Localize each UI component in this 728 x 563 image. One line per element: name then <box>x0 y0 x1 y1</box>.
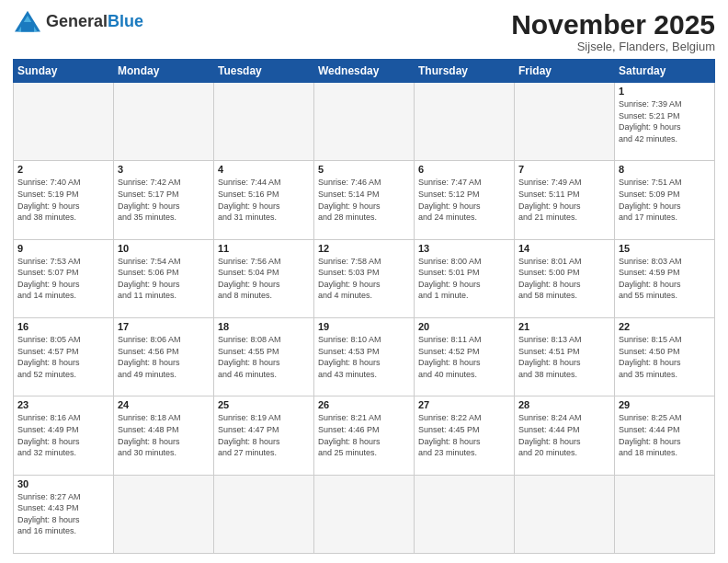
day-number: 8 <box>619 164 711 175</box>
calendar-cell: 27Sunrise: 8:22 AM Sunset: 4:45 PM Dayli… <box>415 396 515 475</box>
day-number: 9 <box>17 243 109 254</box>
calendar-week-row-1: 2Sunrise: 7:40 AM Sunset: 5:19 PM Daylig… <box>14 161 715 239</box>
calendar-cell <box>515 475 615 553</box>
day-info: Sunrise: 8:15 AM Sunset: 4:50 PM Dayligh… <box>619 334 711 380</box>
calendar-cell: 22Sunrise: 8:15 AM Sunset: 4:50 PM Dayli… <box>615 317 715 396</box>
day-number: 7 <box>518 164 610 175</box>
day-number: 26 <box>318 399 410 410</box>
day-number: 14 <box>518 243 610 254</box>
calendar-cell: 2Sunrise: 7:40 AM Sunset: 5:19 PM Daylig… <box>14 161 114 239</box>
day-number: 20 <box>418 321 510 332</box>
calendar-cell: 25Sunrise: 8:19 AM Sunset: 4:47 PM Dayli… <box>214 396 314 475</box>
day-info: Sunrise: 8:21 AM Sunset: 4:46 PM Dayligh… <box>318 412 410 458</box>
calendar-cell: 15Sunrise: 8:03 AM Sunset: 4:59 PM Dayli… <box>615 239 715 317</box>
page: GeneralBlue November 2025 Sijsele, Fland… <box>0 0 728 563</box>
day-number: 19 <box>318 321 410 332</box>
calendar-cell <box>314 83 415 161</box>
day-info: Sunrise: 7:58 AM Sunset: 5:03 PM Dayligh… <box>318 256 410 302</box>
calendar-cell: 11Sunrise: 7:56 AM Sunset: 5:04 PM Dayli… <box>214 239 314 317</box>
day-info: Sunrise: 8:18 AM Sunset: 4:48 PM Dayligh… <box>118 412 210 458</box>
col-tuesday: Tuesday <box>214 60 314 83</box>
calendar-cell: 28Sunrise: 8:24 AM Sunset: 4:44 PM Dayli… <box>515 396 615 475</box>
calendar-cell <box>14 83 114 161</box>
day-number: 29 <box>619 399 711 410</box>
day-info: Sunrise: 8:08 AM Sunset: 4:55 PM Dayligh… <box>218 334 310 380</box>
day-number: 22 <box>619 321 711 332</box>
day-number: 21 <box>518 321 610 332</box>
day-number: 2 <box>17 164 109 175</box>
calendar-cell <box>615 475 715 553</box>
day-info: Sunrise: 8:24 AM Sunset: 4:44 PM Dayligh… <box>518 412 610 458</box>
calendar-cell: 3Sunrise: 7:42 AM Sunset: 5:17 PM Daylig… <box>114 161 214 239</box>
day-number: 24 <box>118 399 210 410</box>
calendar-cell: 17Sunrise: 8:06 AM Sunset: 4:56 PM Dayli… <box>114 317 214 396</box>
calendar-cell: 9Sunrise: 7:53 AM Sunset: 5:07 PM Daylig… <box>14 239 114 317</box>
day-info: Sunrise: 7:51 AM Sunset: 5:09 PM Dayligh… <box>619 177 711 223</box>
calendar-week-row-5: 30Sunrise: 8:27 AM Sunset: 4:43 PM Dayli… <box>14 475 715 553</box>
col-sunday: Sunday <box>14 60 114 83</box>
day-info: Sunrise: 7:42 AM Sunset: 5:17 PM Dayligh… <box>118 177 210 223</box>
day-info: Sunrise: 8:10 AM Sunset: 4:53 PM Dayligh… <box>318 334 410 380</box>
calendar-week-row-0: 1Sunrise: 7:39 AM Sunset: 5:21 PM Daylig… <box>14 83 715 161</box>
calendar-cell <box>214 83 314 161</box>
day-number: 16 <box>17 321 109 332</box>
calendar-cell: 29Sunrise: 8:25 AM Sunset: 4:44 PM Dayli… <box>615 396 715 475</box>
calendar-cell <box>415 83 515 161</box>
day-number: 3 <box>118 164 210 175</box>
day-info: Sunrise: 7:47 AM Sunset: 5:12 PM Dayligh… <box>418 177 510 223</box>
calendar-cell: 1Sunrise: 7:39 AM Sunset: 5:21 PM Daylig… <box>615 83 715 161</box>
calendar-week-row-4: 23Sunrise: 8:16 AM Sunset: 4:49 PM Dayli… <box>14 396 715 475</box>
day-number: 30 <box>17 478 109 489</box>
day-number: 11 <box>218 243 310 254</box>
day-info: Sunrise: 7:56 AM Sunset: 5:04 PM Dayligh… <box>218 256 310 302</box>
day-info: Sunrise: 7:44 AM Sunset: 5:16 PM Dayligh… <box>218 177 310 223</box>
calendar-table: Sunday Monday Tuesday Wednesday Thursday… <box>13 59 715 554</box>
calendar-cell <box>415 475 515 553</box>
day-info: Sunrise: 8:00 AM Sunset: 5:01 PM Dayligh… <box>418 256 510 302</box>
header: GeneralBlue November 2025 Sijsele, Fland… <box>13 9 715 53</box>
calendar-cell: 7Sunrise: 7:49 AM Sunset: 5:11 PM Daylig… <box>515 161 615 239</box>
col-wednesday: Wednesday <box>314 60 415 83</box>
calendar-cell <box>515 83 615 161</box>
title-block: November 2025 Sijsele, Flanders, Belgium <box>511 9 715 53</box>
calendar-cell: 10Sunrise: 7:54 AM Sunset: 5:06 PM Dayli… <box>114 239 214 317</box>
calendar-header-row: Sunday Monday Tuesday Wednesday Thursday… <box>14 60 715 83</box>
day-info: Sunrise: 8:06 AM Sunset: 4:56 PM Dayligh… <box>118 334 210 380</box>
col-saturday: Saturday <box>615 60 715 83</box>
day-info: Sunrise: 8:16 AM Sunset: 4:49 PM Dayligh… <box>17 412 109 458</box>
calendar-week-row-2: 9Sunrise: 7:53 AM Sunset: 5:07 PM Daylig… <box>14 239 715 317</box>
col-thursday: Thursday <box>415 60 515 83</box>
day-info: Sunrise: 8:27 AM Sunset: 4:43 PM Dayligh… <box>17 491 109 537</box>
calendar-cell: 6Sunrise: 7:47 AM Sunset: 5:12 PM Daylig… <box>415 161 515 239</box>
day-number: 13 <box>418 243 510 254</box>
calendar-cell: 4Sunrise: 7:44 AM Sunset: 5:16 PM Daylig… <box>214 161 314 239</box>
day-info: Sunrise: 8:01 AM Sunset: 5:00 PM Dayligh… <box>518 256 610 302</box>
day-number: 15 <box>619 243 711 254</box>
day-number: 12 <box>318 243 410 254</box>
day-info: Sunrise: 7:54 AM Sunset: 5:06 PM Dayligh… <box>118 256 210 302</box>
day-number: 17 <box>118 321 210 332</box>
day-info: Sunrise: 7:53 AM Sunset: 5:07 PM Dayligh… <box>17 256 109 302</box>
day-info: Sunrise: 7:40 AM Sunset: 5:19 PM Dayligh… <box>17 177 109 223</box>
day-info: Sunrise: 8:19 AM Sunset: 4:47 PM Dayligh… <box>218 412 310 458</box>
calendar-cell: 21Sunrise: 8:13 AM Sunset: 4:51 PM Dayli… <box>515 317 615 396</box>
calendar-cell <box>214 475 314 553</box>
day-info: Sunrise: 7:49 AM Sunset: 5:11 PM Dayligh… <box>518 177 610 223</box>
calendar-cell: 8Sunrise: 7:51 AM Sunset: 5:09 PM Daylig… <box>615 161 715 239</box>
calendar-cell <box>114 83 214 161</box>
calendar-week-row-3: 16Sunrise: 8:05 AM Sunset: 4:57 PM Dayli… <box>14 317 715 396</box>
svg-rect-2 <box>21 22 34 32</box>
day-info: Sunrise: 8:22 AM Sunset: 4:45 PM Dayligh… <box>418 412 510 458</box>
day-info: Sunrise: 8:13 AM Sunset: 4:51 PM Dayligh… <box>518 334 610 380</box>
logo-text: GeneralBlue <box>46 13 143 31</box>
calendar-cell: 23Sunrise: 8:16 AM Sunset: 4:49 PM Dayli… <box>14 396 114 475</box>
calendar-cell: 30Sunrise: 8:27 AM Sunset: 4:43 PM Dayli… <box>14 475 114 553</box>
logo-general: General <box>46 12 108 30</box>
day-info: Sunrise: 8:03 AM Sunset: 4:59 PM Dayligh… <box>619 256 711 302</box>
day-number: 25 <box>218 399 310 410</box>
day-number: 18 <box>218 321 310 332</box>
day-number: 6 <box>418 164 510 175</box>
day-number: 5 <box>318 164 410 175</box>
calendar-cell: 16Sunrise: 8:05 AM Sunset: 4:57 PM Dayli… <box>14 317 114 396</box>
calendar-cell: 13Sunrise: 8:00 AM Sunset: 5:01 PM Dayli… <box>415 239 515 317</box>
